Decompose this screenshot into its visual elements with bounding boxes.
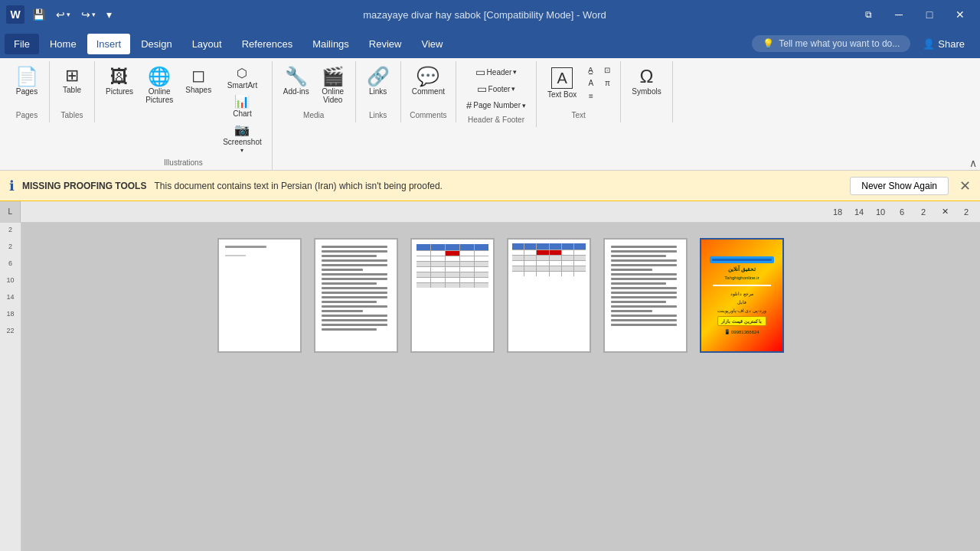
online-video-label: Online Video — [322, 87, 344, 104]
p2-l12 — [322, 296, 387, 298]
ribbon-collapse-button[interactable]: ∧ — [969, 157, 977, 169]
menu-item-file[interactable]: File — [5, 34, 39, 54]
share-button[interactable]: 👤 Share — [912, 35, 975, 53]
tc — [460, 244, 474, 250]
tc — [460, 262, 474, 266]
symbols-group-label — [645, 108, 648, 121]
pictures-button[interactable]: 🖼 Pictures — [101, 64, 138, 99]
p5-l12 — [611, 296, 677, 298]
object-button[interactable]: ⊡ — [600, 64, 614, 76]
illustrations-group-label: Illustrations — [164, 155, 203, 168]
page-thumbnail-4[interactable] — [507, 238, 591, 353]
menu-item-design[interactable]: Design — [132, 34, 181, 54]
pages-container: تحقیق آنلاین Tahghighonline.ir مرجع دانل… — [217, 238, 784, 551]
ribbon-group-comments: 💬 Comment Comments — [401, 61, 456, 122]
help-icon[interactable]: ⧉ — [854, 3, 882, 26]
dropcap-button[interactable]: A — [584, 77, 597, 89]
wordart-button[interactable]: A̲ — [584, 64, 597, 76]
redo-button[interactable]: ↪ ▾ — [78, 7, 99, 22]
p2-l10 — [322, 287, 387, 289]
undo-icon: ↩ — [56, 8, 65, 21]
tell-me-input[interactable]: 💡 Tell me what you want to do... — [752, 35, 910, 52]
customize-quick-access-button[interactable]: ▾ — [103, 7, 115, 22]
ad-contact: 09981366624 📱 — [724, 329, 759, 334]
ad-desc3: ورد-پی دی اف-پاورپوینت — [717, 308, 766, 313]
menu-item-view[interactable]: View — [412, 34, 452, 54]
screenshot-button[interactable]: 📷 Screenshot ▾ — [219, 121, 266, 155]
page-thumbnail-2[interactable] — [314, 238, 398, 353]
share-label: Share — [938, 38, 965, 50]
minimize-button[interactable]: ─ — [885, 3, 913, 26]
document-area[interactable]: تحقیق آنلاین Tahghighonline.ir مرجع دانل… — [21, 223, 980, 551]
menu-item-references[interactable]: References — [233, 34, 302, 54]
menu-item-mailings[interactable]: Mailings — [303, 34, 358, 54]
tc — [524, 256, 536, 260]
table-icon: ⊞ — [65, 67, 79, 84]
notification-icon: ℹ — [9, 178, 15, 194]
page-5-content — [605, 240, 686, 351]
header-dropdown-icon: ▾ — [513, 68, 517, 76]
header-label: Header — [487, 68, 512, 77]
menu-item-layout[interactable]: Layout — [183, 34, 231, 54]
page-thumbnail-3[interactable] — [410, 238, 495, 353]
tc — [475, 251, 488, 256]
dropcap-icon: A — [588, 79, 593, 87]
tc — [446, 283, 459, 288]
p5-l6 — [611, 269, 652, 271]
ruler-corner-marker: L — [0, 201, 20, 222]
ribbon-group-header-footer: ▭ Header ▾ ▭ Footer ▾ # Page Number — [456, 61, 537, 127]
chart-button[interactable]: 📊 Chart — [219, 93, 266, 119]
page-thumbnail-5[interactable] — [603, 238, 688, 353]
symbols-icon: Ω — [640, 67, 654, 86]
undo-button[interactable]: ↩ ▾ — [53, 7, 74, 22]
online-pictures-button[interactable]: 🌐 Online Pictures — [141, 64, 178, 107]
wordart-icon: A̲ — [588, 66, 593, 74]
tc — [537, 261, 548, 266]
close-button[interactable]: ✕ — [946, 3, 974, 26]
menu-item-home[interactable]: Home — [41, 34, 86, 54]
undo-dropdown-icon: ▾ — [67, 11, 70, 18]
ruler-num-6: 6 — [894, 207, 910, 217]
tc — [562, 266, 573, 271]
notification-bar: ℹ MISSING PROOFING TOOLS This document c… — [0, 171, 980, 201]
p2-l11 — [322, 292, 387, 294]
menu-item-review[interactable]: Review — [360, 34, 411, 54]
shapes-button[interactable]: ◻ Shapes — [181, 64, 216, 97]
notification-close-button[interactable]: ✕ — [959, 178, 971, 194]
links-button[interactable]: 🔗 Links — [362, 64, 394, 99]
tc — [512, 261, 524, 266]
screenshot-label: Screenshot — [223, 138, 262, 146]
comment-button[interactable]: 💬 Comment — [407, 64, 449, 99]
tc — [475, 262, 488, 266]
header-footer-group-label: Header & Footer — [468, 112, 524, 126]
save-button[interactable]: 💾 — [29, 7, 48, 22]
never-show-again-button[interactable]: Never Show Again — [850, 177, 949, 195]
page-number-button[interactable]: # Page Number ▾ — [462, 98, 530, 112]
tc — [416, 262, 430, 266]
links-group-label: Links — [369, 108, 387, 121]
menu-item-insert[interactable]: Insert — [87, 34, 131, 54]
footer-button[interactable]: ▭ Footer ▾ — [462, 81, 530, 96]
header-button[interactable]: ▭ Header ▾ — [462, 64, 530, 80]
redo-icon: ↪ — [81, 8, 90, 21]
table-button[interactable]: ⊞ Table — [56, 64, 88, 97]
page-thumbnail-1[interactable] — [217, 238, 302, 353]
page-4-table — [512, 243, 586, 276]
ruler-numbers: 18 14 10 6 2 ✕ 2 — [21, 207, 980, 217]
tc — [574, 243, 586, 249]
equation-button[interactable]: π — [600, 77, 614, 89]
symbols-button[interactable]: Ω Symbols — [627, 64, 665, 99]
signature-icon: ≡ — [589, 92, 593, 100]
page-thumbnail-6[interactable]: تحقیق آنلاین Tahghighonline.ir مرجع دانل… — [700, 238, 784, 353]
tc — [562, 243, 573, 249]
pages-button[interactable]: 📄 Pages — [11, 64, 43, 99]
maximize-button[interactable]: □ — [916, 3, 943, 26]
online-video-button[interactable]: 🎬 Online Video — [317, 64, 349, 107]
signature-button[interactable]: ≡ — [584, 90, 597, 102]
tc — [537, 266, 548, 271]
tc — [512, 243, 524, 249]
addins-button[interactable]: 🔧 Add-ins — [279, 64, 314, 99]
tc — [524, 266, 536, 271]
smartart-button[interactable]: ⬡ SmartArt — [219, 64, 266, 91]
text-box-button[interactable]: A Text Box — [543, 64, 581, 102]
